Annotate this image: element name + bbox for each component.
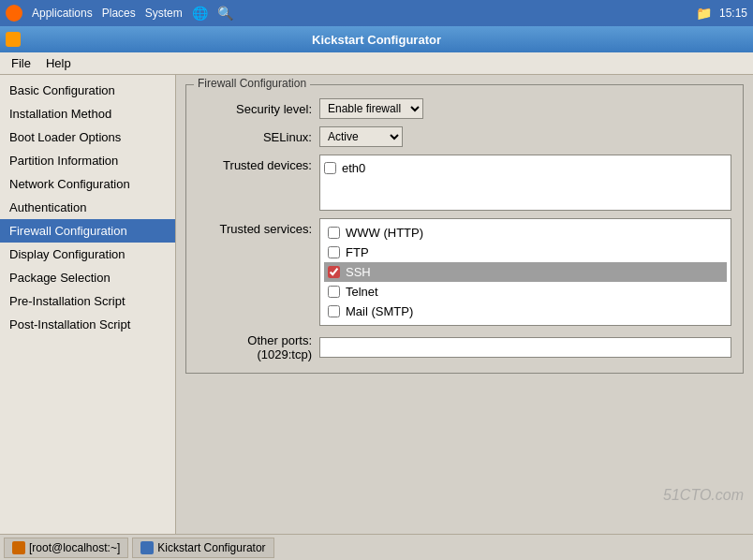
- trusted-device-eth0-label: eth0: [342, 161, 365, 175]
- service-ftp-checkbox[interactable]: [328, 246, 340, 258]
- menu-bar: File Help: [0, 52, 753, 75]
- status-configurator[interactable]: Kickstart Configurator: [132, 538, 273, 558]
- security-level-row: Security level: Enable firewall Disable …: [198, 98, 731, 119]
- trusted-devices-label: Trusted devices:: [198, 155, 319, 172]
- service-ssh-checkbox[interactable]: [328, 266, 340, 278]
- help-menu[interactable]: Help: [38, 54, 79, 72]
- status-bar: [root@localhost:~] Kickstart Configurato…: [0, 534, 753, 560]
- service-www-label: WWW (HTTP): [346, 226, 423, 240]
- service-smtp-label: Mail (SMTP): [346, 304, 413, 318]
- terminal-label: [root@localhost:~]: [29, 541, 120, 554]
- service-smtp[interactable]: Mail (SMTP): [324, 302, 727, 321]
- status-terminal[interactable]: [root@localhost:~]: [4, 538, 128, 558]
- service-www-checkbox[interactable]: [328, 227, 340, 239]
- trusted-device-eth0-checkbox[interactable]: [324, 162, 336, 174]
- group-box-title: Firewall Configuration: [194, 77, 310, 90]
- service-smtp-checkbox[interactable]: [328, 305, 340, 317]
- selinux-row: SELinux: Active Permissive Disabled: [198, 126, 731, 147]
- service-telnet[interactable]: Telnet: [324, 282, 727, 302]
- clock: 15:15: [719, 7, 747, 20]
- firewall-config-group: Firewall Configuration Security level: E…: [185, 84, 744, 374]
- sidebar-item-network-configuration[interactable]: Network Configuration: [0, 172, 175, 196]
- title-bar-icon: [6, 32, 21, 47]
- file-menu[interactable]: File: [4, 54, 38, 72]
- trusted-services-label: Trusted services:: [198, 218, 319, 236]
- terminal-icon: [12, 541, 25, 554]
- system-bar: Applications Places System 🌐 🔍 📁 15:15: [0, 0, 753, 26]
- sidebar-item-package-selection[interactable]: Package Selection: [0, 266, 175, 289]
- other-ports-row: Other ports: (1029:tcp): [198, 333, 731, 361]
- system-menu[interactable]: System: [145, 7, 183, 20]
- sidebar-item-display-configuration[interactable]: Display Configuration: [0, 243, 175, 266]
- sidebar-item-basic-configuration[interactable]: Basic Configuration: [0, 79, 175, 102]
- trusted-services-row: Trusted services: WWW (HTTP) FTP SSH: [198, 218, 731, 326]
- other-ports-input[interactable]: [319, 337, 731, 358]
- trusted-device-eth0: eth0: [324, 159, 727, 177]
- watermark: 51CTO.com: [663, 487, 744, 504]
- sidebar-item-installation-method[interactable]: Installation Method: [0, 102, 175, 125]
- selinux-label: SELinux:: [198, 130, 319, 144]
- configurator-label: Kickstart Configurator: [157, 541, 265, 554]
- trusted-devices-list: eth0: [319, 155, 731, 211]
- trusted-services-list: WWW (HTTP) FTP SSH Telnet: [319, 218, 731, 326]
- service-www[interactable]: WWW (HTTP): [324, 223, 727, 243]
- service-ssh[interactable]: SSH: [324, 262, 727, 282]
- configurator-icon: [140, 541, 154, 554]
- sidebar-item-pre-installation-script[interactable]: Pre-Installation Script: [0, 289, 175, 313]
- service-ftp-label: FTP: [346, 245, 369, 259]
- window-title: Kickstart Configurator: [312, 33, 441, 47]
- other-ports-label: Other ports: (1029:tcp): [198, 333, 319, 361]
- system-app-icon: [6, 5, 22, 22]
- selinux-select[interactable]: Active Permissive Disabled: [319, 126, 403, 147]
- sidebar-item-partition-information[interactable]: Partition Information: [0, 149, 175, 172]
- right-panel: Firewall Configuration Security level: E…: [176, 75, 753, 383]
- security-level-select[interactable]: Enable firewall Disable firewall No fire…: [319, 98, 423, 119]
- system-bar-left: Applications Places System 🌐 🔍: [6, 5, 233, 22]
- right-panel-wrapper: Firewall Configuration Security level: E…: [176, 75, 753, 534]
- sidebar-item-post-installation-script[interactable]: Post-Installation Script: [0, 313, 175, 336]
- network-icon: 🌐: [192, 6, 208, 21]
- search-icon: 🔍: [217, 6, 233, 21]
- main-content: Basic Configuration Installation Method …: [0, 75, 753, 534]
- service-telnet-label: Telnet: [346, 285, 378, 299]
- service-ssh-label: SSH: [346, 265, 371, 279]
- sidebar-item-authentication[interactable]: Authentication: [0, 196, 175, 219]
- title-bar: Kickstart Configurator: [0, 26, 753, 52]
- sidebar-item-firewall-configuration[interactable]: Firewall Configuration: [0, 219, 175, 243]
- security-level-label: Security level:: [198, 102, 319, 116]
- service-telnet-checkbox[interactable]: [328, 286, 340, 298]
- apps-menu[interactable]: Applications: [32, 7, 93, 20]
- sidebar: Basic Configuration Installation Method …: [0, 75, 176, 534]
- places-menu[interactable]: Places: [102, 7, 136, 20]
- trusted-devices-row: Trusted devices: eth0: [198, 155, 731, 211]
- folder-icon: 📁: [696, 6, 712, 21]
- service-ftp[interactable]: FTP: [324, 243, 727, 262]
- sidebar-item-boot-loader-options[interactable]: Boot Loader Options: [0, 125, 175, 149]
- system-bar-right: 📁 15:15: [696, 6, 747, 21]
